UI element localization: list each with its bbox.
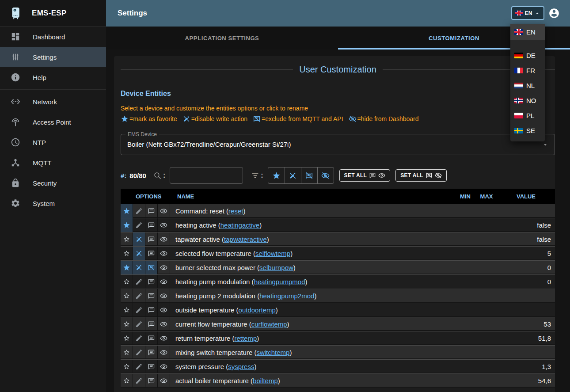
favorite-toggle[interactable] — [121, 275, 133, 289]
mqtt-exclude-toggle[interactable] — [145, 232, 158, 246]
write-action-toggle[interactable] — [133, 360, 145, 373]
entity-name[interactable]: selected flow temperature (selflowtemp) — [170, 247, 455, 260]
mqtt-exclude-toggle[interactable] — [145, 360, 158, 373]
sidebar-item-settings[interactable]: Settings — [0, 47, 106, 67]
entity-name[interactable]: return temperature (rettemp) — [170, 331, 455, 345]
sidebar-item-access-point[interactable]: Access Point — [0, 112, 106, 132]
write-action-toggle[interactable] — [133, 289, 145, 303]
entity-name[interactable]: heating pump 2 modulation (heatingpump2m… — [170, 289, 455, 303]
filter-write-off-toggle[interactable] — [285, 167, 301, 183]
entity-code-link[interactable]: heatingpump2mod — [259, 292, 314, 300]
favorite-toggle[interactable] — [121, 346, 133, 359]
dashboard-visibility-toggle[interactable] — [158, 204, 170, 218]
write-action-toggle[interactable] — [133, 374, 145, 388]
language-option-fr[interactable]: FR — [510, 63, 545, 78]
favorite-toggle[interactable] — [121, 218, 133, 232]
dashboard-visibility-toggle[interactable] — [158, 303, 170, 317]
entity-code-link[interactable]: boiltemp — [253, 377, 278, 384]
entity-code-link[interactable]: outdoortemp — [239, 306, 276, 314]
mqtt-exclude-toggle[interactable] — [145, 331, 158, 345]
dashboard-visibility-toggle[interactable] — [158, 346, 170, 359]
entity-name[interactable]: tapwater active (tapwateractive) — [170, 232, 455, 246]
write-action-toggle[interactable] — [133, 247, 145, 260]
filter-hidden-toggle[interactable] — [317, 167, 334, 183]
entity-name[interactable]: actual boiler temperature (boiltemp) — [170, 374, 455, 388]
sidebar-item-mqtt[interactable]: MQTT — [0, 152, 106, 173]
sidebar-item-security[interactable]: Security — [0, 173, 106, 193]
mqtt-exclude-toggle[interactable] — [145, 303, 158, 317]
account-icon[interactable] — [548, 8, 560, 19]
language-option-nl[interactable]: NL — [510, 78, 545, 93]
entity-code-link[interactable]: reset — [228, 207, 243, 215]
sidebar-item-system[interactable]: System — [0, 193, 106, 213]
language-option-pl[interactable]: PL — [510, 108, 545, 123]
entity-name[interactable]: system pressure (syspress) — [170, 360, 455, 373]
mqtt-exclude-toggle[interactable] — [145, 289, 158, 303]
dashboard-visibility-toggle[interactable] — [158, 232, 170, 246]
sidebar-item-help[interactable]: Help — [0, 67, 106, 88]
write-action-toggle[interactable] — [133, 275, 145, 289]
dashboard-visibility-toggle[interactable] — [158, 317, 170, 331]
entity-code-link[interactable]: tapwateractive — [224, 236, 267, 243]
search-input[interactable] — [170, 167, 243, 184]
favorite-toggle[interactable] — [121, 204, 133, 218]
dashboard-visibility-toggle[interactable] — [158, 275, 170, 289]
favorite-toggle[interactable] — [121, 289, 133, 303]
favorite-toggle[interactable] — [121, 374, 133, 388]
favorite-toggle[interactable] — [121, 261, 133, 274]
dashboard-visibility-toggle[interactable] — [158, 247, 170, 260]
mqtt-exclude-toggle[interactable] — [145, 261, 158, 274]
set-all-hide-button[interactable]: SET ALL — [395, 169, 447, 182]
language-option-se[interactable]: SE — [510, 123, 545, 138]
write-action-toggle[interactable] — [133, 317, 145, 331]
ems-device-select[interactable]: EMS Device Boiler (Nefit GBx72/Trendline… — [121, 134, 555, 155]
mqtt-exclude-toggle[interactable] — [145, 204, 158, 218]
entity-code-link[interactable]: switchtemp — [256, 349, 289, 356]
sidebar-item-ntp[interactable]: NTP — [0, 132, 106, 152]
favorite-toggle[interactable] — [121, 303, 133, 317]
language-option-no[interactable]: NO — [510, 93, 545, 108]
entity-name[interactable]: Command: reset (reset) — [170, 204, 455, 218]
mqtt-exclude-toggle[interactable] — [145, 374, 158, 388]
language-option-en[interactable]: EN — [510, 24, 545, 40]
tab-application-settings[interactable]: APPLICATION SETTINGS — [106, 27, 338, 49]
write-action-toggle[interactable] — [133, 303, 145, 317]
entity-code-link[interactable]: curflowtemp — [251, 320, 287, 328]
write-action-toggle[interactable] — [133, 232, 145, 246]
entity-name[interactable]: current flow temperature (curflowtemp) — [170, 317, 455, 331]
entity-code-link[interactable]: rettemp — [234, 335, 257, 342]
mqtt-exclude-toggle[interactable] — [145, 346, 158, 359]
dashboard-visibility-toggle[interactable] — [158, 374, 170, 388]
favorite-toggle[interactable] — [121, 232, 133, 246]
language-button[interactable]: EN — [511, 6, 544, 20]
filter-mqtt-exclude-toggle[interactable] — [301, 167, 317, 183]
dashboard-visibility-toggle[interactable] — [158, 261, 170, 274]
mqtt-exclude-toggle[interactable] — [145, 218, 158, 232]
entity-name[interactable]: burner selected max power (selburnpow) — [170, 261, 455, 274]
entity-code-link[interactable]: selflowtemp — [255, 250, 290, 257]
dashboard-visibility-toggle[interactable] — [158, 360, 170, 373]
entity-name[interactable]: mixing switch temperature (switchtemp) — [170, 346, 455, 359]
entity-name[interactable]: heating active (heatingactive) — [170, 218, 455, 232]
write-action-toggle[interactable] — [133, 261, 145, 274]
entity-name[interactable]: outside temperature (outdoortemp) — [170, 303, 455, 317]
favorite-toggle[interactable] — [121, 247, 133, 260]
language-option-de[interactable]: DE — [510, 48, 545, 63]
favorite-toggle[interactable] — [121, 331, 133, 345]
mqtt-exclude-toggle[interactable] — [145, 247, 158, 260]
dashboard-visibility-toggle[interactable] — [158, 289, 170, 303]
entity-code-link[interactable]: syspress — [228, 363, 254, 370]
favorite-toggle[interactable] — [121, 360, 133, 373]
mqtt-exclude-toggle[interactable] — [145, 275, 158, 289]
filter-favorite-toggle[interactable] — [268, 167, 285, 183]
entity-code-link[interactable]: heatingactive — [220, 221, 259, 229]
write-action-toggle[interactable] — [133, 331, 145, 345]
set-all-show-button[interactable]: SET ALL — [339, 169, 391, 182]
dashboard-visibility-toggle[interactable] — [158, 331, 170, 345]
dashboard-visibility-toggle[interactable] — [158, 218, 170, 232]
write-action-toggle[interactable] — [133, 218, 145, 232]
write-action-toggle[interactable] — [133, 204, 145, 218]
entity-code-link[interactable]: heatingpumpmod — [254, 278, 305, 285]
write-action-toggle[interactable] — [133, 346, 145, 359]
favorite-toggle[interactable] — [121, 317, 133, 331]
